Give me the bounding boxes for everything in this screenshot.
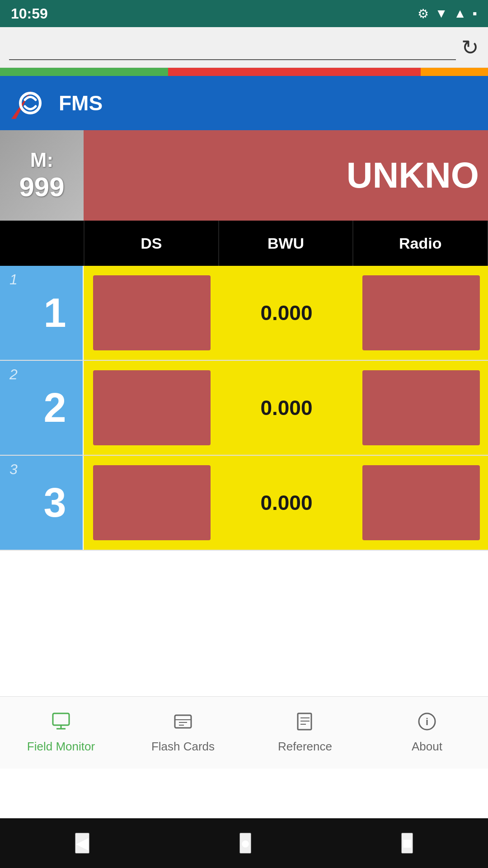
url-input[interactable] xyxy=(9,35,456,60)
radio-cell-3 xyxy=(353,456,488,550)
progress-green xyxy=(0,68,168,76)
field-monitor-label: Field Monitor xyxy=(27,740,95,754)
status-time: 10:59 xyxy=(11,5,48,22)
svg-text:i: i xyxy=(426,716,428,727)
col-spacer xyxy=(0,221,84,266)
radio-cell-inner-1 xyxy=(362,275,480,350)
bwu-cell-3: 0.000 xyxy=(218,456,353,550)
ds-cell-3 xyxy=(84,456,218,550)
ds-cell-inner-3 xyxy=(93,465,211,540)
about-label: About xyxy=(412,740,442,754)
radio-cell-inner-3 xyxy=(362,465,480,540)
signal-icon: ▲ xyxy=(454,6,466,21)
svg-rect-3 xyxy=(53,713,69,725)
col-header-ds: DS xyxy=(84,221,218,266)
nav-item-about[interactable]: i About xyxy=(366,697,488,769)
progress-bar xyxy=(0,68,488,76)
row-big-num-1: 1 xyxy=(27,266,83,360)
system-nav: ◀ ● ■ xyxy=(0,818,488,868)
status-bar: 10:59 ⚙ ▼ ▲ ▪ xyxy=(0,0,488,27)
match-status-cell: UNKNO xyxy=(84,130,488,221)
match-label: M: xyxy=(30,149,53,171)
bwu-value-1: 0.000 xyxy=(260,301,312,325)
column-headers: DS BWU Radio xyxy=(0,221,488,266)
match-status-text: UNKNO xyxy=(347,155,479,196)
match-status-row: M: 999 UNKNO xyxy=(0,130,488,221)
match-number-cell: M: 999 xyxy=(0,130,84,221)
about-icon: i xyxy=(417,712,437,736)
nav-item-field-monitor[interactable]: Field Monitor xyxy=(0,697,122,769)
bwu-value-3: 0.000 xyxy=(260,491,312,515)
home-button[interactable]: ● xyxy=(239,833,251,854)
svg-rect-6 xyxy=(175,715,191,728)
nav-item-flash-cards[interactable]: Flash Cards xyxy=(122,697,244,769)
radio-cell-inner-2 xyxy=(362,370,480,445)
address-bar: ↻ xyxy=(0,27,488,68)
flash-cards-icon xyxy=(173,712,193,736)
row-big-num-2: 2 xyxy=(27,361,83,455)
bwu-cell-2: 0.000 xyxy=(218,361,353,455)
row-number-section-1: 1 1 xyxy=(0,266,84,360)
nav-item-reference[interactable]: Reference xyxy=(244,697,366,769)
radio-cell-2 xyxy=(353,361,488,455)
match-number: 999 xyxy=(19,171,64,203)
radio-cell-1 xyxy=(353,266,488,360)
row-small-num-3: 3 xyxy=(0,456,27,550)
col-header-radio: Radio xyxy=(352,221,488,266)
bottom-nav: Field Monitor Flash Cards xyxy=(0,696,488,769)
reference-label: Reference xyxy=(278,740,332,754)
progress-red xyxy=(168,68,421,76)
ds-cell-1 xyxy=(84,266,218,360)
settings-icon: ⚙ xyxy=(418,6,429,21)
row-number-section-3: 3 3 xyxy=(0,456,84,550)
data-rows: 1 1 0.000 2 2 xyxy=(0,266,488,551)
row-small-num-2: 2 xyxy=(0,361,27,455)
battery-icon: ▪ xyxy=(473,6,477,21)
flash-cards-label: Flash Cards xyxy=(151,740,215,754)
reference-icon xyxy=(295,712,315,736)
progress-orange xyxy=(421,68,488,76)
wifi-icon: ▼ xyxy=(435,6,448,21)
col-header-bwu: BWU xyxy=(218,221,353,266)
app-header: FMS xyxy=(0,76,488,130)
table-row: 2 2 0.000 xyxy=(0,361,488,456)
recent-button[interactable]: ■ xyxy=(401,833,413,854)
app-title: FMS xyxy=(59,91,103,115)
table-row: 1 1 0.000 xyxy=(0,266,488,361)
refresh-button[interactable]: ↻ xyxy=(461,35,479,60)
table-row: 3 3 0.000 xyxy=(0,456,488,551)
ds-cell-2 xyxy=(84,361,218,455)
row-number-section-2: 2 2 xyxy=(0,361,84,455)
field-monitor-icon xyxy=(51,712,71,736)
bwu-cell-1: 0.000 xyxy=(218,266,353,360)
back-button[interactable]: ◀ xyxy=(75,833,89,854)
ds-cell-inner-2 xyxy=(93,370,211,445)
row-small-num-1: 1 xyxy=(0,266,27,360)
status-icons: ⚙ ▼ ▲ ▪ xyxy=(418,6,477,21)
bwu-value-2: 0.000 xyxy=(260,396,312,420)
ds-cell-inner-1 xyxy=(93,275,211,350)
row-big-num-3: 3 xyxy=(27,456,83,550)
app-logo xyxy=(9,83,50,123)
content-wrapper: ↻ FMS M: 999 xyxy=(0,27,488,818)
